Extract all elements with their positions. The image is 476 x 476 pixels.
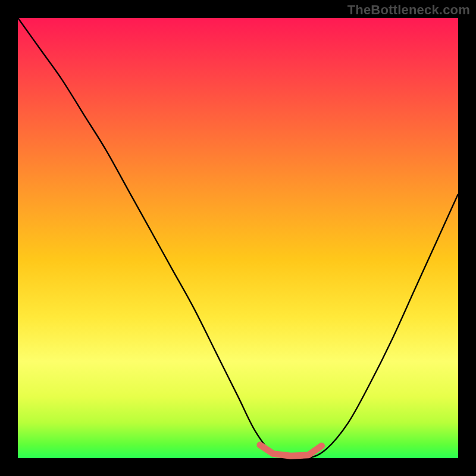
optimal-band-marker bbox=[260, 445, 322, 456]
plot-area bbox=[18, 18, 458, 458]
chart-overlay bbox=[18, 18, 458, 458]
watermark-text: TheBottleneck.com bbox=[347, 2, 470, 18]
chart-frame: TheBottleneck.com bbox=[0, 0, 476, 476]
bottleneck-curve bbox=[18, 18, 458, 459]
